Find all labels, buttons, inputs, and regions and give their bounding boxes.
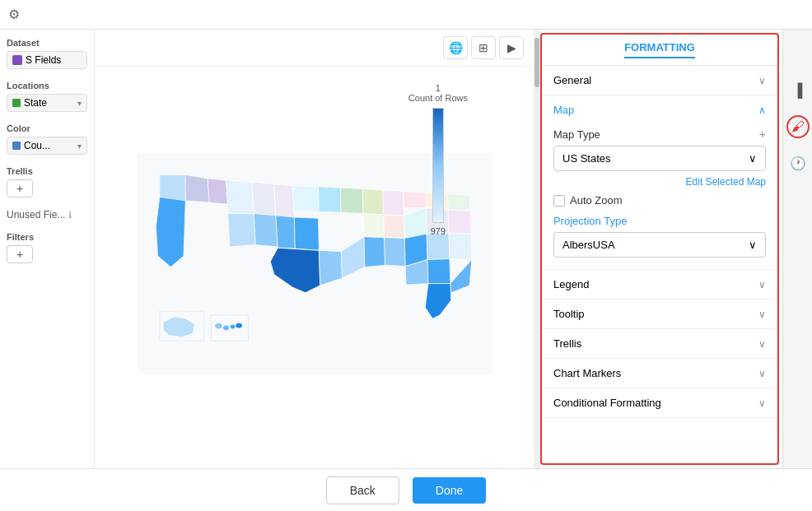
map-chevron-icon: ∧ [758,105,766,116]
trellis-format-title: Trellis [553,337,581,350]
svg-marker-4 [226,180,254,213]
conditional-formatting-header[interactable]: Conditional Formatting ∨ [542,388,777,417]
gear-icon[interactable]: ⚙ [8,7,20,22]
legend-header[interactable]: Legend ∨ [542,270,777,299]
filters-section: Filters + [7,232,87,263]
general-header[interactable]: General ∨ [542,66,777,95]
filters-label: Filters [7,232,87,242]
svg-marker-6 [273,184,294,217]
map-type-row: Map Type + [553,128,766,141]
svg-marker-17 [363,214,385,238]
svg-marker-18 [383,215,404,239]
tooltip-header[interactable]: Tooltip ∨ [542,300,777,328]
legend-title: Count of Rows [408,93,468,103]
map-type-plus-icon[interactable]: + [759,128,766,141]
map-type-dropdown[interactable]: US States ∨ [553,146,766,171]
auto-zoom-checkbox[interactable] [553,195,565,207]
locations-label: Locations [7,81,87,91]
canvas-toolbar: 🌐 ⊞ ▶ [95,30,534,67]
legend-section: Legend ∨ [542,270,777,300]
unused-section: Unused Fie... ℹ [7,209,87,221]
done-button[interactable]: Done [413,477,486,504]
unused-label: Unused Fie... [7,209,65,221]
fields-label: S Fields [26,54,61,66]
svg-marker-8 [254,214,278,247]
map-type-label: Map Type [553,128,600,141]
chart-markers-section: Chart Markers ∨ [542,359,777,388]
scrollbar-track[interactable] [534,30,540,468]
edit-map-link[interactable]: Edit Selected Map [553,176,766,188]
svg-marker-11 [340,188,363,213]
auto-zoom-row: Auto Zoom [553,194,766,207]
svg-marker-31 [449,233,472,259]
svg-marker-3 [208,179,228,204]
state-pill[interactable]: State ▾ [7,94,87,112]
trellis-chevron-icon: ∨ [758,338,766,350]
info-icon: ℹ [68,210,72,221]
chart-markers-title: Chart Markers [553,367,621,379]
svg-marker-9 [292,186,319,211]
conditional-formatting-section: Conditional Formatting ∨ [542,388,777,418]
svg-marker-10 [318,187,341,212]
legend-bar [432,108,444,223]
tooltip-chevron-icon: ∨ [758,309,766,320]
color-label: Color [7,123,87,133]
locations-section: Locations State ▾ [7,81,87,112]
projection-type-label: Projection Type [553,215,766,227]
color-icon [12,142,21,150]
state-label: State [24,97,47,109]
dataset-section: Dataset S Fields [7,38,87,69]
svg-point-43 [236,323,242,328]
tooltip-title: Tooltip [553,308,585,320]
projection-chevron-icon: ∨ [749,239,757,251]
svg-marker-7 [227,214,255,247]
map-section: Map ∧ Map Type + US States ∨ Edit [542,95,777,270]
legend: 1 Count of Rows 979 [408,83,468,236]
trellis-format-header[interactable]: Trellis ∨ [542,329,777,358]
map-type-value: US States [562,152,611,165]
cube-icon [12,55,22,65]
color-pill[interactable]: Cou... ▾ [7,137,87,155]
trellis-add-button[interactable]: + [7,179,33,197]
svg-point-41 [222,325,228,330]
dataset-label: Dataset [7,38,87,48]
filters-add-button[interactable]: + [7,245,33,263]
paint-icon[interactable]: 🖌 [786,115,810,138]
table-button[interactable]: ⊞ [471,36,496,59]
svg-marker-28 [384,238,405,267]
color-chevron-icon: ▾ [77,142,82,151]
legend-max: 1 [436,83,441,93]
svg-marker-2 [185,175,209,203]
trellis-label: Trellis [7,166,87,176]
map-area: 1 Count of Rows 979 [95,67,534,468]
center-canvas: 🌐 ⊞ ▶ 1 Count of Rows 979 [95,30,534,468]
projection-dropdown[interactable]: AlbersUSA ∨ [553,232,766,258]
globe-button[interactable]: 🌐 [443,36,468,59]
projection-value: AlbersUSA [562,239,615,251]
tooltip-section: Tooltip ∨ [542,300,777,329]
formatting-tab-label[interactable]: FORMATTING [624,41,695,58]
bar-chart-icon[interactable]: ▐ [786,79,810,102]
scrollbar-thumb [534,38,539,87]
conditional-formatting-chevron-icon: ∨ [758,397,766,409]
svg-marker-5 [251,182,275,215]
state-icon [12,99,21,107]
terminal-button[interactable]: ▶ [499,36,524,59]
svg-marker-13 [382,190,404,215]
back-button[interactable]: Back [326,476,399,504]
map-content: Map Type + US States ∨ Edit Selected Map… [542,124,777,269]
far-right-panel: ▐ 🖌 🕐 [782,30,812,468]
trellis-format-section: Trellis ∨ [542,329,777,359]
fields-pill[interactable]: S Fields [7,51,87,69]
map-header[interactable]: Map ∧ [542,95,777,124]
legend-title-label: Legend [553,278,589,290]
trellis-section: Trellis + [7,166,87,197]
svg-marker-30 [427,233,450,259]
chart-markers-header[interactable]: Chart Markers ∨ [542,359,777,388]
cou-label: Cou... [24,140,50,151]
clock-icon[interactable]: 🕐 [786,151,810,174]
formatting-scroll[interactable]: General ∨ Map ∧ Map Type + [542,66,777,463]
general-chevron-icon: ∨ [758,75,766,86]
svg-point-40 [215,323,222,329]
legend-chevron-icon: ∨ [758,279,766,290]
